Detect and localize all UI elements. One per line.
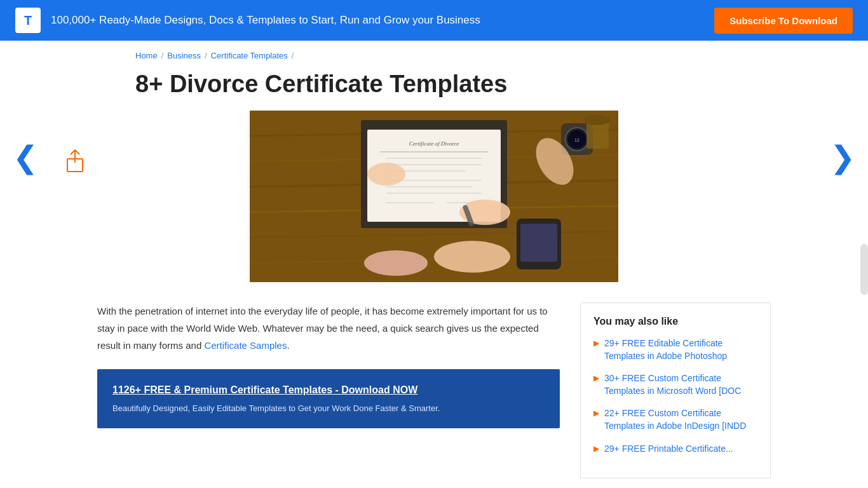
description-text2: . [287, 340, 289, 351]
sidebar-box: You may also like ▶ 29+ FREE Editable Ce… [580, 302, 771, 478]
page-title: 8+ Divorce Certificate Templates [0, 71, 868, 111]
breadcrumb: Home / Business / Certificate Templates … [0, 41, 868, 71]
svg-point-31 [585, 115, 610, 125]
hero-image: Certificate of Divorce [250, 111, 618, 282]
breadcrumb-business[interactable]: Business [167, 51, 201, 60]
hero-image-bg: Certificate of Divorce [250, 111, 618, 282]
description-text1: With the penetration of internet into th… [97, 306, 548, 351]
sidebar-arrow-1: ▶ [593, 339, 599, 348]
breadcrumb-current[interactable]: Certificate Templates [211, 51, 288, 60]
right-column: You may also like ▶ 29+ FREE Editable Ce… [580, 302, 771, 478]
scrollbar[interactable] [860, 244, 868, 295]
svg-text:12: 12 [574, 138, 580, 142]
svg-point-34 [364, 250, 428, 276]
sidebar-link-1[interactable]: 29+ FREE Editable Certificate Templates … [604, 337, 757, 362]
breadcrumb-sep3: / [292, 51, 294, 60]
subscribe-button[interactable]: Subscribe To Download [714, 8, 853, 34]
prev-arrow[interactable]: ❮ [13, 142, 38, 173]
sidebar-item-4: ▶ 29+ FREE Printable Certificate... [593, 443, 757, 456]
sidebar-title: You may also like [593, 316, 757, 327]
cta-title[interactable]: 1126+ FREE & Premium Certificate Templat… [112, 384, 545, 396]
sidebar-item-1: ▶ 29+ FREE Editable Certificate Template… [593, 337, 757, 362]
cta-subtitle: Beautifully Designed, Easily Editable Te… [112, 403, 545, 413]
breadcrumb-sep1: / [161, 51, 164, 60]
content-area: With the penetration of internet into th… [0, 302, 868, 478]
sidebar-arrow-3: ▶ [593, 409, 599, 417]
header-banner: T 100,000+ Ready-Made Designs, Docs & Te… [0, 0, 868, 41]
sidebar-link-3[interactable]: 22+ FREE Custom Certificate Templates in… [604, 407, 757, 432]
sidebar-item-2: ▶ 30+ FREE Custom Certificate Templates … [593, 372, 757, 397]
breadcrumb-home[interactable]: Home [135, 51, 158, 60]
sidebar-arrow-4: ▶ [593, 444, 599, 453]
svg-text:Certificate of Divorce: Certificate of Divorce [409, 140, 459, 147]
svg-rect-25 [520, 224, 557, 262]
share-icon-container[interactable] [64, 149, 86, 177]
svg-point-23 [367, 163, 405, 186]
next-arrow[interactable]: ❯ [830, 142, 855, 173]
share-icon [64, 149, 86, 174]
cta-box: 1126+ FREE & Premium Certificate Templat… [97, 369, 560, 428]
svg-point-33 [434, 241, 510, 273]
hero-image-container: Certificate of Divorce [38, 111, 830, 282]
sidebar-link-2[interactable]: 30+ FREE Custom Certificate Templates in… [604, 372, 757, 397]
header-tagline: 100,000+ Ready-Made Designs, Docs & Temp… [51, 14, 480, 27]
header-left: T 100,000+ Ready-Made Designs, Docs & Te… [15, 8, 480, 33]
left-column: With the penetration of internet into th… [97, 302, 560, 478]
description-text: With the penetration of internet into th… [97, 302, 560, 354]
certificate-samples-link[interactable]: Certificate Samples [204, 340, 287, 351]
sidebar-item-3: ▶ 22+ FREE Custom Certificate Templates … [593, 407, 757, 432]
sidebar-link-4[interactable]: 29+ FREE Printable Certificate... [604, 443, 733, 456]
breadcrumb-sep2: / [205, 51, 207, 60]
main-content: ❮ [0, 111, 868, 282]
sidebar-arrow-2: ▶ [593, 374, 599, 383]
logo-icon: T [15, 8, 41, 33]
